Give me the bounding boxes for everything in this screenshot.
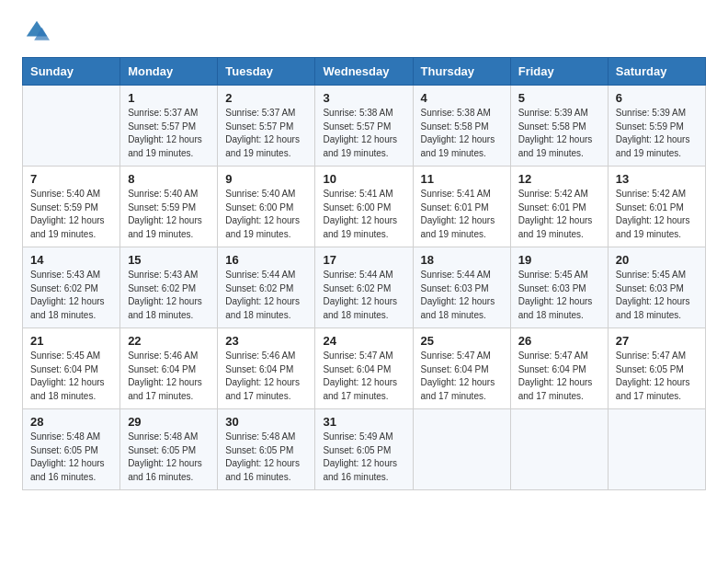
day-number: 31 [323,415,404,429]
calendar-cell: 15Sunrise: 5:43 AM Sunset: 6:02 PM Dayli… [120,247,218,328]
calendar-cell: 17Sunrise: 5:44 AM Sunset: 6:02 PM Dayli… [315,247,413,328]
day-number: 26 [518,334,600,348]
day-number: 27 [616,334,698,348]
calendar-cell: 7Sunrise: 5:40 AM Sunset: 5:59 PM Daylig… [23,167,120,247]
day-number: 4 [421,91,503,105]
calendar-cell: 8Sunrise: 5:40 AM Sunset: 5:59 PM Daylig… [120,167,218,247]
calendar-cell: 11Sunrise: 5:41 AM Sunset: 6:01 PM Dayli… [413,167,510,247]
calendar-cell: 2Sunrise: 5:37 AM Sunset: 5:57 PM Daylig… [218,86,315,167]
day-number: 17 [323,253,404,267]
day-number: 19 [518,253,600,267]
calendar-cell: 10Sunrise: 5:41 AM Sunset: 6:00 PM Dayli… [315,167,413,247]
page-header [22,18,706,44]
cell-info: Sunrise: 5:47 AM Sunset: 6:04 PM Dayligh… [421,350,503,403]
day-number: 1 [128,91,210,105]
calendar-cell: 9Sunrise: 5:40 AM Sunset: 6:00 PM Daylig… [218,167,315,247]
week-row-3: 14Sunrise: 5:43 AM Sunset: 6:02 PM Dayli… [23,247,706,328]
cell-info: Sunrise: 5:44 AM Sunset: 6:02 PM Dayligh… [225,269,307,322]
week-row-5: 28Sunrise: 5:48 AM Sunset: 6:05 PM Dayli… [23,409,706,490]
header-col-friday: Friday [510,58,608,86]
day-number: 23 [225,334,307,348]
cell-info: Sunrise: 5:48 AM Sunset: 6:05 PM Dayligh… [128,431,210,484]
day-number: 11 [421,172,503,186]
calendar-cell: 18Sunrise: 5:44 AM Sunset: 6:03 PM Dayli… [413,247,510,328]
day-number: 25 [421,334,503,348]
calendar-cell [608,409,705,490]
cell-info: Sunrise: 5:46 AM Sunset: 6:04 PM Dayligh… [225,350,307,403]
calendar-cell: 23Sunrise: 5:46 AM Sunset: 6:04 PM Dayli… [218,328,315,409]
cell-info: Sunrise: 5:44 AM Sunset: 6:02 PM Dayligh… [323,269,404,322]
cell-info: Sunrise: 5:46 AM Sunset: 6:04 PM Dayligh… [128,350,210,403]
calendar-cell: 6Sunrise: 5:39 AM Sunset: 5:59 PM Daylig… [608,86,705,167]
cell-info: Sunrise: 5:38 AM Sunset: 5:58 PM Dayligh… [421,107,503,160]
header-col-thursday: Thursday [413,58,510,86]
cell-info: Sunrise: 5:45 AM Sunset: 6:03 PM Dayligh… [518,269,600,322]
cell-info: Sunrise: 5:37 AM Sunset: 5:57 PM Dayligh… [128,107,210,160]
cell-info: Sunrise: 5:47 AM Sunset: 6:04 PM Dayligh… [323,350,404,403]
logo-icon [24,18,50,44]
day-number: 6 [616,91,698,105]
cell-info: Sunrise: 5:48 AM Sunset: 6:05 PM Dayligh… [225,431,307,484]
day-number: 7 [30,172,112,186]
day-number: 3 [323,91,404,105]
day-number: 8 [128,172,210,186]
day-number: 20 [616,253,698,267]
day-number: 21 [30,334,112,348]
cell-info: Sunrise: 5:48 AM Sunset: 6:05 PM Dayligh… [30,431,112,484]
calendar-cell: 3Sunrise: 5:38 AM Sunset: 5:57 PM Daylig… [315,86,413,167]
cell-info: Sunrise: 5:44 AM Sunset: 6:03 PM Dayligh… [421,269,503,322]
logo [22,18,53,44]
calendar-cell: 21Sunrise: 5:45 AM Sunset: 6:04 PM Dayli… [23,328,120,409]
day-number: 15 [128,253,210,267]
cell-info: Sunrise: 5:49 AM Sunset: 6:05 PM Dayligh… [323,431,404,484]
week-row-4: 21Sunrise: 5:45 AM Sunset: 6:04 PM Dayli… [23,328,706,409]
cell-info: Sunrise: 5:39 AM Sunset: 5:58 PM Dayligh… [518,107,600,160]
calendar-cell: 14Sunrise: 5:43 AM Sunset: 6:02 PM Dayli… [23,247,120,328]
header-row: SundayMondayTuesdayWednesdayThursdayFrid… [23,58,706,86]
calendar-cell [23,86,120,167]
calendar-cell: 27Sunrise: 5:47 AM Sunset: 6:05 PM Dayli… [608,328,705,409]
day-number: 13 [616,172,698,186]
calendar-cell: 31Sunrise: 5:49 AM Sunset: 6:05 PM Dayli… [315,409,413,490]
cell-info: Sunrise: 5:40 AM Sunset: 6:00 PM Dayligh… [225,188,307,241]
calendar-body: 1Sunrise: 5:37 AM Sunset: 5:57 PM Daylig… [23,86,706,490]
calendar-cell: 13Sunrise: 5:42 AM Sunset: 6:01 PM Dayli… [608,167,705,247]
header-col-saturday: Saturday [608,58,705,86]
calendar-cell: 19Sunrise: 5:45 AM Sunset: 6:03 PM Dayli… [510,247,608,328]
cell-info: Sunrise: 5:37 AM Sunset: 5:57 PM Dayligh… [225,107,307,160]
calendar-cell: 24Sunrise: 5:47 AM Sunset: 6:04 PM Dayli… [315,328,413,409]
day-number: 2 [225,91,307,105]
header-col-sunday: Sunday [23,58,120,86]
calendar-table: SundayMondayTuesdayWednesdayThursdayFrid… [22,57,706,490]
cell-info: Sunrise: 5:40 AM Sunset: 5:59 PM Dayligh… [30,188,112,241]
header-col-monday: Monday [120,58,218,86]
day-number: 29 [128,415,210,429]
cell-info: Sunrise: 5:42 AM Sunset: 6:01 PM Dayligh… [616,188,698,241]
cell-info: Sunrise: 5:45 AM Sunset: 6:04 PM Dayligh… [30,350,112,403]
week-row-1: 1Sunrise: 5:37 AM Sunset: 5:57 PM Daylig… [23,86,706,167]
cell-info: Sunrise: 5:41 AM Sunset: 6:01 PM Dayligh… [421,188,503,241]
cell-info: Sunrise: 5:47 AM Sunset: 6:05 PM Dayligh… [616,350,698,403]
day-number: 18 [421,253,503,267]
day-number: 22 [128,334,210,348]
day-number: 10 [323,172,404,186]
calendar-cell: 1Sunrise: 5:37 AM Sunset: 5:57 PM Daylig… [120,86,218,167]
calendar-cell: 12Sunrise: 5:42 AM Sunset: 6:01 PM Dayli… [510,167,608,247]
cell-info: Sunrise: 5:45 AM Sunset: 6:03 PM Dayligh… [616,269,698,322]
cell-info: Sunrise: 5:41 AM Sunset: 6:00 PM Dayligh… [323,188,404,241]
day-number: 28 [30,415,112,429]
calendar-cell: 28Sunrise: 5:48 AM Sunset: 6:05 PM Dayli… [23,409,120,490]
calendar-header: SundayMondayTuesdayWednesdayThursdayFrid… [23,58,706,86]
cell-info: Sunrise: 5:38 AM Sunset: 5:57 PM Dayligh… [323,107,404,160]
cell-info: Sunrise: 5:40 AM Sunset: 5:59 PM Dayligh… [128,188,210,241]
calendar-cell: 20Sunrise: 5:45 AM Sunset: 6:03 PM Dayli… [608,247,705,328]
calendar-cell: 16Sunrise: 5:44 AM Sunset: 6:02 PM Dayli… [218,247,315,328]
cell-info: Sunrise: 5:42 AM Sunset: 6:01 PM Dayligh… [518,188,600,241]
week-row-2: 7Sunrise: 5:40 AM Sunset: 5:59 PM Daylig… [23,167,706,247]
header-col-wednesday: Wednesday [315,58,413,86]
day-number: 12 [518,172,600,186]
calendar-cell [510,409,608,490]
cell-info: Sunrise: 5:43 AM Sunset: 6:02 PM Dayligh… [128,269,210,322]
header-col-tuesday: Tuesday [218,58,315,86]
cell-info: Sunrise: 5:47 AM Sunset: 6:04 PM Dayligh… [518,350,600,403]
